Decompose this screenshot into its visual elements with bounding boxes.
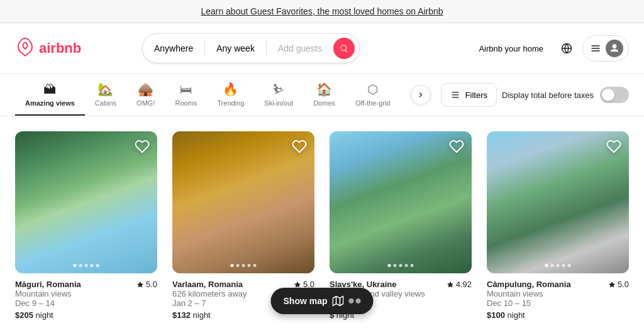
card-dot	[253, 264, 257, 267]
search-bar: Anywhere Any week Add guests	[142, 33, 360, 63]
wishlist-button-3[interactable]	[449, 139, 464, 156]
card-dot	[394, 264, 397, 267]
card-rating-3: 4.92	[447, 280, 472, 289]
globe-button[interactable]	[556, 38, 577, 59]
category-icon-rooms: 🛏	[180, 82, 192, 97]
card-price-1: $205 night	[15, 310, 157, 320]
card-dot	[79, 264, 82, 267]
category-item-rooms[interactable]: 🛏 Rooms	[165, 75, 207, 116]
card-dot	[405, 264, 408, 267]
category-icon-amazing-views: 🏔	[43, 82, 56, 97]
airbnb-logo-text: airbnb	[39, 40, 81, 57]
top-banner: Learn about Guest Favorites, the most lo…	[0, 0, 644, 23]
week-search-button[interactable]: Any week	[205, 34, 266, 63]
category-label-trending: Trending	[217, 99, 244, 107]
card-rating-4: 5.0	[608, 280, 629, 289]
card-dot	[557, 264, 560, 267]
card-dot	[96, 264, 99, 267]
category-items: 🏔 Amazing views 🏡 Cabins 🛖 OMG! 🛏 Rooms …	[15, 74, 406, 116]
show-map-button[interactable]: Show map	[270, 288, 373, 314]
card-location-2: Varlaam, Romania	[172, 280, 243, 289]
category-label-omg: OMG!	[136, 99, 155, 107]
card-location-4: Câmpulung, Romania	[487, 280, 571, 289]
search-submit-button[interactable]	[333, 38, 355, 59]
card-dot	[388, 264, 391, 267]
card-price-4: $100 night	[487, 310, 629, 320]
total-toggle-switch[interactable]	[600, 87, 629, 103]
card-image-1	[15, 131, 157, 273]
filter-icon	[450, 90, 460, 100]
category-item-off-the-grid[interactable]: ⬡ Off-the-grid	[345, 74, 400, 116]
wishlist-button-4[interactable]	[606, 139, 621, 156]
airbnb-logo-icon	[15, 37, 35, 60]
hamburger-icon	[591, 43, 601, 53]
category-item-mansions[interactable]: 🏰 Mansions	[400, 74, 405, 116]
show-map-label: Show map	[283, 296, 327, 306]
star-icon	[447, 281, 454, 288]
card-rating-value-1: 5.0	[146, 280, 157, 289]
card-dot	[568, 264, 571, 267]
category-item-trending[interactable]: 🔥 Trending	[207, 74, 254, 116]
card-dot	[562, 264, 565, 267]
map-icon	[333, 295, 344, 307]
header: airbnb Anywhere Any week Add guests Airb…	[0, 23, 644, 74]
card-dot	[231, 264, 234, 267]
filters-label: Filters	[465, 90, 487, 100]
wishlist-button-1[interactable]	[135, 139, 150, 156]
card-dates-1: Dec 9 – 14	[15, 298, 157, 308]
category-icon-cabins: 🏡	[97, 82, 113, 97]
card-dot	[236, 264, 240, 267]
card-dot	[411, 264, 414, 267]
category-nav: 🏔 Amazing views 🏡 Cabins 🛖 OMG! 🛏 Rooms …	[0, 74, 644, 116]
star-icon	[136, 281, 144, 288]
category-label-ski-in-out: Ski-in/out	[264, 99, 293, 107]
category-label-off-the-grid: Off-the-grid	[355, 99, 390, 107]
category-icon-ski-in-out: ⛷	[272, 82, 285, 97]
card-image-3	[330, 131, 472, 273]
star-icon	[294, 281, 301, 288]
card-info-1: Măguri, Romania 5.0 Mountain views Dec 9…	[15, 273, 157, 322]
card-dots-2	[231, 264, 257, 267]
banner-link[interactable]: Learn about Guest Favorites, the most lo…	[201, 6, 443, 16]
category-item-omg[interactable]: 🛖 OMG!	[126, 74, 165, 116]
card-dots-1	[74, 264, 99, 267]
user-avatar	[606, 40, 623, 57]
card-image-4	[487, 131, 629, 273]
card-subtitle-4: Mountain views	[487, 289, 629, 298]
star-icon	[608, 281, 616, 288]
wishlist-button-2[interactable]	[292, 139, 307, 156]
card-subtitle-1: Mountain views	[15, 289, 157, 298]
svg-marker-8	[609, 281, 615, 288]
card-dot	[545, 264, 548, 267]
svg-marker-7	[447, 281, 453, 288]
card-info-4: Câmpulung, Romania 5.0 Mountain views De…	[487, 273, 629, 322]
svg-marker-6	[294, 281, 301, 288]
category-icon-trending: 🔥	[223, 82, 238, 97]
total-toggle-label: Display total before taxes	[502, 90, 594, 100]
card-1[interactable]: Măguri, Romania 5.0 Mountain views Dec 9…	[15, 131, 157, 322]
category-item-cabins[interactable]: 🏡 Cabins	[85, 74, 126, 116]
card-dot	[85, 264, 88, 267]
card-4[interactable]: Câmpulung, Romania 5.0 Mountain views De…	[487, 131, 629, 322]
category-label-amazing-views: Amazing views	[25, 99, 75, 107]
airbnb-home-button[interactable]: Airbnb your home	[471, 39, 551, 58]
card-dot	[242, 264, 245, 267]
map-dots	[349, 298, 361, 303]
card-dot	[551, 264, 554, 267]
logo[interactable]: airbnb	[15, 37, 81, 60]
card-dates-4: Dec 10 – 15	[487, 298, 629, 308]
total-toggle: Display total before taxes	[502, 87, 629, 103]
location-search-button[interactable]: Anywhere	[143, 34, 204, 63]
user-menu[interactable]	[582, 35, 629, 62]
card-dot	[91, 264, 94, 267]
svg-marker-9	[333, 297, 343, 306]
category-next-arrow[interactable]	[411, 85, 431, 105]
card-dot	[399, 264, 402, 267]
guests-search-button[interactable]: Add guests	[267, 34, 333, 63]
card-dot	[248, 264, 251, 267]
card-dots-4	[545, 264, 571, 267]
filters-button[interactable]: Filters	[441, 83, 497, 107]
category-item-domes[interactable]: 🏠 Domes	[303, 74, 345, 116]
category-item-amazing-views[interactable]: 🏔 Amazing views	[15, 75, 85, 116]
category-item-ski-in-out[interactable]: ⛷ Ski-in/out	[254, 75, 303, 116]
